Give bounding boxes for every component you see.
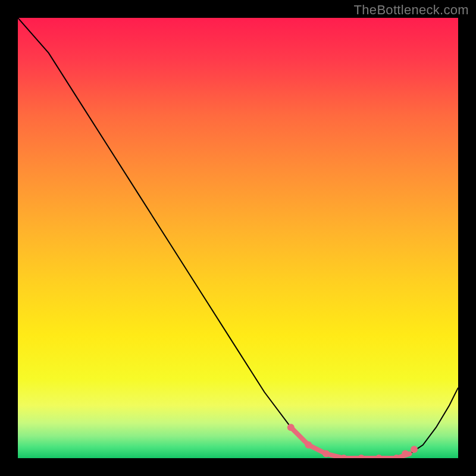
watermark-text: TheBottleneck.com	[354, 2, 469, 18]
chart-canvas	[18, 18, 458, 458]
chart-frame: TheBottleneck.com	[0, 0, 476, 476]
optimal-marker	[402, 450, 409, 458]
optimal-marker	[287, 424, 295, 431]
optimal-marker	[322, 450, 330, 458]
optimal-marker	[305, 441, 312, 449]
heatmap-background	[18, 18, 458, 458]
optimal-marker	[411, 446, 418, 453]
